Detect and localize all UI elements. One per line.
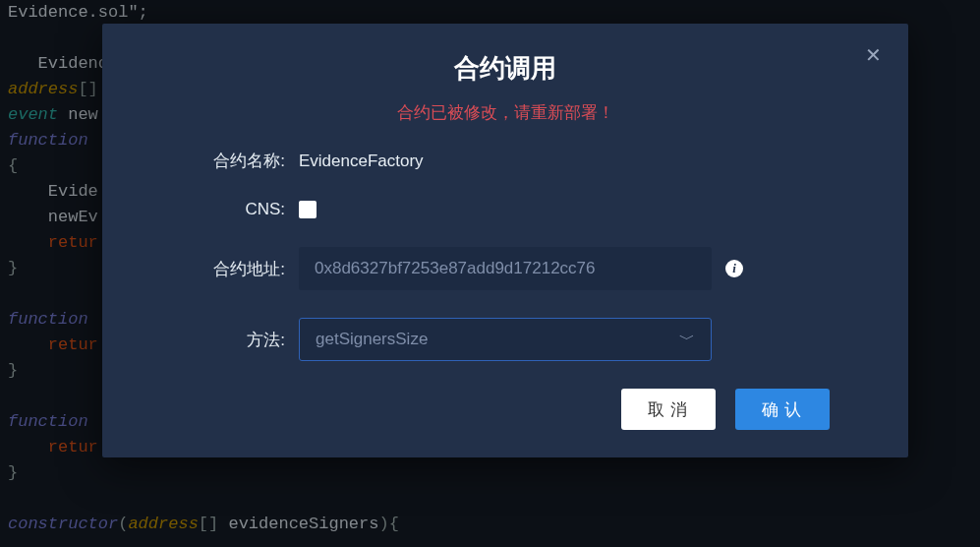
label-cns: CNS: <box>142 200 299 219</box>
dialog-warning: 合约已被修改，请重新部署！ <box>142 101 869 124</box>
info-icon[interactable]: i <box>725 260 743 277</box>
label-method: 方法: <box>142 329 299 351</box>
row-method: 方法: getSignersSize ﹀ <box>142 318 869 361</box>
cancel-button[interactable]: 取消 <box>621 389 716 430</box>
row-contract-name: 合约名称: EvidenceFactory <box>142 150 869 172</box>
value-contract-name: EvidenceFactory <box>299 152 424 171</box>
label-contract-address: 合约地址: <box>142 258 299 280</box>
row-cns: CNS: <box>142 200 869 219</box>
close-icon[interactable]: ✕ <box>861 45 885 69</box>
row-contract-address: 合约地址: i <box>142 247 869 290</box>
contract-call-dialog: ✕ 合约调用 合约已被修改，请重新部署！ 合约名称: EvidenceFacto… <box>102 24 908 457</box>
dialog-title: 合约调用 <box>142 51 869 86</box>
label-contract-name: 合约名称: <box>142 150 299 172</box>
method-select[interactable]: getSignersSize ﹀ <box>299 318 712 361</box>
cns-checkbox[interactable] <box>299 201 317 218</box>
method-select-value: getSignersSize <box>316 330 428 349</box>
chevron-down-icon: ﹀ <box>679 330 695 350</box>
contract-address-input[interactable] <box>299 247 712 290</box>
confirm-button[interactable]: 确认 <box>735 389 830 430</box>
dialog-actions: 取消 确认 <box>142 389 869 430</box>
